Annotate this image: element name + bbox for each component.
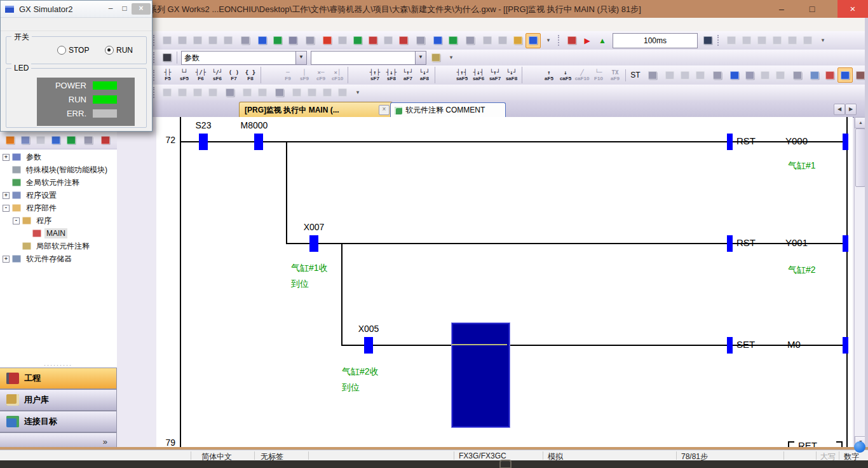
wrap-comment-icon-3[interactable] bbox=[320, 85, 335, 100]
device-comment-dev-icon-2[interactable] bbox=[255, 85, 270, 100]
sim-run-icon[interactable]: ▶ bbox=[580, 33, 595, 48]
close-button[interactable]: × bbox=[837, 0, 868, 18]
pulse-conversion-key[interactable]: ↓caF5 bbox=[557, 67, 574, 83]
statement-edit-icon[interactable] bbox=[742, 67, 757, 83]
chevron-down-icon[interactable]: ▼ bbox=[295, 52, 306, 64]
monitor-stop-icon[interactable] bbox=[365, 33, 381, 48]
invert-operation-key[interactable]: ↑aF5 bbox=[541, 67, 557, 83]
stop-radio[interactable]: STOP bbox=[57, 46, 89, 55]
taskbar-app-12[interactable] bbox=[546, 461, 555, 467]
toolbar-icon[interactable] bbox=[790, 67, 805, 83]
paste-icon[interactable] bbox=[190, 33, 205, 48]
open-contact-key[interactable]: ┤├F5 bbox=[159, 67, 176, 83]
toolbar-icon[interactable] bbox=[413, 33, 428, 48]
ladder-editor[interactable]: 72 S23 M8000 RST Y000 气缸#1 X007 气缸#1收 到位… bbox=[156, 117, 853, 447]
chevron-down-icon[interactable]: ▼ bbox=[415, 52, 426, 64]
copy-icon[interactable] bbox=[175, 33, 190, 48]
cut-icon[interactable] bbox=[159, 33, 175, 48]
note-edit-icon[interactable] bbox=[757, 67, 773, 83]
refresh-icon[interactable] bbox=[64, 133, 79, 148]
statement-batch-icon[interactable] bbox=[773, 67, 788, 83]
tree-item-global-comment[interactable]: 全局软元件注释 bbox=[0, 176, 116, 189]
contact-comment-line2[interactable]: 到位 bbox=[291, 279, 309, 290]
toolbar-grip[interactable] bbox=[153, 35, 156, 46]
instruction-opcode[interactable]: RST bbox=[736, 237, 756, 248]
toolbar-grip[interactable] bbox=[153, 52, 156, 63]
falling-pulse-close-key[interactable]: ┤↓┤saF6 bbox=[470, 67, 487, 83]
sampling-trace-icon-3[interactable] bbox=[754, 33, 770, 48]
tree-item-program-setting[interactable]: + 程序设置 bbox=[0, 189, 116, 202]
sampling-trace-icon-6[interactable] bbox=[800, 33, 815, 48]
sampling-trace-icon-4[interactable] bbox=[770, 33, 785, 48]
or-closed-contact-key[interactable]: └/┘sF6 bbox=[209, 67, 226, 83]
monitor-mode-icon[interactable] bbox=[837, 67, 853, 83]
falling-pulse-key[interactable]: ┤↓├sF8 bbox=[383, 67, 400, 83]
tree-toolbar-icon[interactable] bbox=[81, 133, 96, 148]
edit-coil-icon[interactable] bbox=[693, 67, 708, 83]
contact-comment-line1[interactable]: 气缸#2收 bbox=[342, 366, 379, 378]
toolbar-icon[interactable] bbox=[238, 33, 253, 48]
read-from-plc-icon[interactable] bbox=[270, 33, 285, 48]
taskbar-app-11[interactable] bbox=[501, 461, 510, 467]
sampling-trace-icon-1[interactable] bbox=[724, 33, 739, 48]
coil-key[interactable]: ( )F7 bbox=[226, 67, 242, 83]
edit-connect-icon[interactable] bbox=[677, 67, 693, 83]
toolbar-icon[interactable] bbox=[222, 85, 238, 100]
nav-button-user-library[interactable]: 用户库 bbox=[0, 389, 117, 411]
taskbar-app-4[interactable] bbox=[185, 461, 194, 467]
instruction-opcode[interactable]: RST bbox=[736, 135, 756, 146]
tree-expand-toggle[interactable]: + bbox=[3, 192, 10, 199]
toolbar-icon[interactable] bbox=[272, 85, 287, 100]
minimize-button[interactable]: – bbox=[769, 0, 794, 18]
toolbar-grip[interactable] bbox=[153, 87, 156, 98]
tree-item-parameters[interactable]: + 参数 bbox=[0, 151, 116, 163]
wrap-comment-icon-2[interactable] bbox=[304, 85, 320, 100]
sim-stop-icon[interactable]: ▲ bbox=[595, 33, 610, 48]
step-execution-icon[interactable] bbox=[700, 33, 715, 48]
read-mode-icon[interactable] bbox=[807, 67, 822, 83]
taskbar-app-8[interactable] bbox=[365, 461, 375, 467]
tree-expand-toggle[interactable]: + bbox=[3, 256, 10, 263]
instruction-opcode[interactable]: SET bbox=[736, 339, 755, 350]
simulator-icon[interactable] bbox=[526, 33, 541, 48]
toolbar-icon[interactable] bbox=[710, 67, 725, 83]
or-falling-pulse-close-key[interactable]: └↓┘saF8 bbox=[503, 67, 520, 83]
window-tile-icon[interactable] bbox=[495, 33, 510, 48]
delete-vertical-line-key[interactable]: ×│cF10 bbox=[329, 67, 346, 83]
vertical-scrollbar[interactable]: ▲ ▼ bbox=[854, 117, 865, 447]
device-monitor-icon[interactable] bbox=[430, 33, 445, 48]
search-type-combo[interactable]: 参数 ▼ bbox=[181, 51, 307, 65]
device-comment-dev-icon-1[interactable] bbox=[240, 85, 255, 100]
ladder-symbol-key[interactable] bbox=[522, 67, 539, 83]
copy-data-icon[interactable] bbox=[18, 133, 33, 148]
taskbar-app-2[interactable] bbox=[95, 461, 104, 467]
comment-display-icon[interactable] bbox=[159, 85, 175, 100]
run-radio[interactable]: RUN bbox=[105, 46, 133, 55]
monitor-start-icon[interactable] bbox=[350, 33, 365, 48]
search-value-combo[interactable]: ▼ bbox=[311, 51, 426, 65]
ladder-logic-test-icon[interactable] bbox=[564, 33, 580, 48]
write-to-plc-icon[interactable] bbox=[255, 33, 270, 48]
new-data-icon[interactable] bbox=[3, 133, 18, 148]
contact-device-label[interactable]: M8000 bbox=[232, 120, 276, 130]
toolbar-grip[interactable] bbox=[153, 70, 156, 81]
wrap-comment-icon-4[interactable] bbox=[335, 85, 350, 100]
download-icon[interactable] bbox=[320, 33, 335, 48]
device-batch-monitor-icon[interactable] bbox=[396, 33, 411, 48]
undo-icon[interactable] bbox=[205, 33, 220, 48]
windows-taskbar[interactable] bbox=[0, 460, 868, 468]
sampling-trace-icon-2[interactable] bbox=[739, 33, 754, 48]
device-test-icon[interactable] bbox=[445, 33, 461, 48]
toolbar-overflow-icon[interactable]: ▾ bbox=[444, 50, 459, 65]
simulator-titlebar[interactable]: GX Simulator2 – □ × bbox=[1, 1, 152, 18]
panel-splitter[interactable] bbox=[117, 117, 157, 450]
comment-format-icon[interactable] bbox=[205, 85, 220, 100]
sim-maximize-button[interactable]: □ bbox=[118, 3, 132, 15]
selection-cursor-box[interactable] bbox=[452, 323, 510, 427]
taskbar-app-3[interactable] bbox=[140, 461, 149, 467]
toolbar-overflow-icon[interactable]: ▾ bbox=[350, 85, 365, 100]
ladder-symbol-key[interactable] bbox=[348, 67, 365, 83]
monitor-pause-icon[interactable] bbox=[381, 33, 396, 48]
tab-prg-monitor-main[interactable]: [PRG]监视 执行中 MAIN (... × bbox=[239, 102, 393, 118]
taskbar-app-1[interactable] bbox=[50, 461, 59, 467]
